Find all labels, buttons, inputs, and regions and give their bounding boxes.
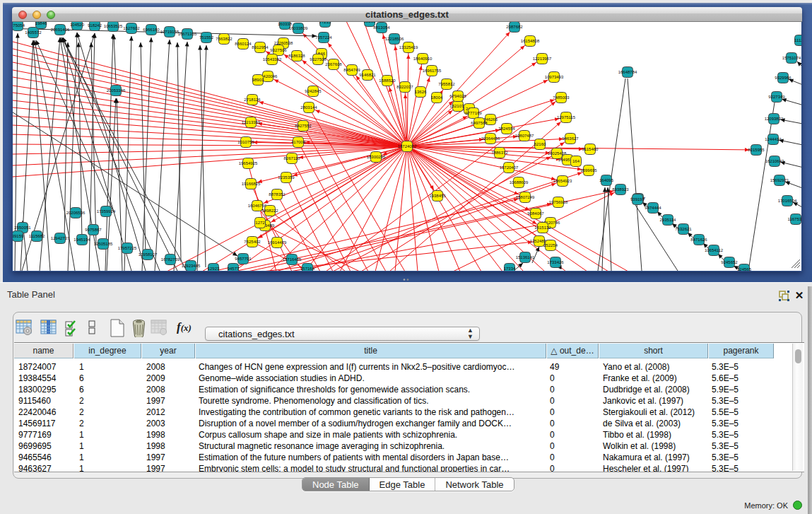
- svg-text:9327506: 9327506: [270, 48, 287, 52]
- svg-text:8660124: 8660124: [235, 42, 252, 46]
- svg-text:2935114: 2935114: [660, 218, 677, 222]
- svg-text:9329966: 9329966: [775, 76, 792, 80]
- svg-text:7886372: 7886372: [491, 151, 508, 155]
- svg-text:16671355: 16671355: [178, 32, 197, 36]
- svg-text:10688609: 10688609: [510, 180, 529, 185]
- svg-text:18640910: 18640910: [413, 57, 433, 61]
- svg-text:1272: 1272: [255, 221, 265, 225]
- svg-text:2087682: 2087682: [506, 25, 523, 29]
- svg-text:6497568: 6497568: [471, 121, 488, 125]
- svg-text:18300295: 18300295: [367, 155, 386, 159]
- svg-text:15751074: 15751074: [782, 56, 801, 60]
- svg-text:18724007: 18724007: [398, 144, 417, 148]
- svg-text:10973493: 10973493: [545, 75, 564, 79]
- svg-text:10807487: 10807487: [515, 134, 534, 138]
- svg-text:77215: 77215: [319, 22, 331, 24]
- svg-text:9227349: 9227349: [768, 95, 785, 99]
- svg-text:9457791: 9457791: [235, 257, 252, 261]
- svg-text:7663822: 7663822: [216, 37, 233, 41]
- svg-text:1235359: 1235359: [278, 175, 295, 180]
- svg-text:17016504: 17016504: [778, 199, 797, 203]
- svg-text:1733426: 1733426: [547, 260, 564, 264]
- svg-text:1527602: 1527602: [123, 26, 140, 30]
- svg-text:2550051: 2550051: [14, 226, 31, 230]
- svg-text:3824554: 3824554: [498, 127, 515, 131]
- svg-text:62160: 62160: [534, 142, 546, 146]
- svg-text:8427552: 8427552: [295, 124, 312, 128]
- svg-text:9146821: 9146821: [359, 73, 376, 77]
- svg-text:17957225: 17957225: [118, 246, 137, 250]
- svg-text:5498222: 5498222: [261, 209, 278, 213]
- svg-text:12213967: 12213967: [533, 57, 552, 61]
- svg-text:18004: 18004: [431, 95, 443, 100]
- svg-text:9777169: 9777169: [465, 111, 482, 115]
- svg-text:252254: 252254: [543, 243, 558, 247]
- svg-text:98901: 98901: [252, 78, 264, 82]
- svg-text:15136141: 15136141: [516, 255, 535, 259]
- svg-text:16033809: 16033809: [289, 26, 308, 30]
- svg-text:10654112: 10654112: [705, 248, 724, 252]
- svg-text:20053346: 20053346: [107, 88, 126, 93]
- svg-text:417004: 417004: [291, 140, 306, 144]
- svg-text:13325419: 13325419: [399, 45, 418, 49]
- svg-text:9084067: 9084067: [527, 211, 544, 216]
- svg-text:9463627: 9463627: [562, 136, 579, 141]
- svg-text:2718126: 2718126: [244, 98, 261, 102]
- svg-text:16154808: 16154808: [521, 39, 540, 43]
- svg-text:18807249: 18807249: [516, 195, 535, 199]
- svg-text:175054: 175054: [13, 23, 25, 28]
- svg-text:9699695: 9699695: [580, 168, 597, 173]
- svg-text:15692971: 15692971: [770, 178, 789, 182]
- svg-text:8471626: 8471626: [690, 238, 707, 242]
- svg-text:20691406: 20691406: [51, 28, 70, 32]
- svg-text:19846: 19846: [35, 22, 47, 25]
- svg-text:7955812: 7955812: [438, 82, 455, 86]
- svg-text:12923445: 12923445: [182, 264, 201, 268]
- svg-text:94577: 94577: [228, 267, 240, 271]
- svg-text:17359924: 17359924: [97, 209, 116, 214]
- svg-text:16782759: 16782759: [161, 257, 180, 262]
- svg-text:1945194: 1945194: [73, 238, 90, 242]
- svg-text:20206536: 20206536: [66, 211, 86, 215]
- svg-text:164095: 164095: [599, 178, 614, 182]
- svg-text:8878352: 8878352: [269, 192, 286, 197]
- svg-text:16914479: 16914479: [268, 240, 287, 245]
- svg-text:8215955: 8215955: [748, 148, 765, 152]
- svg-text:12093822: 12093822: [765, 117, 784, 121]
- svg-text:164: 164: [572, 159, 580, 163]
- svg-text:8186328: 8186328: [288, 54, 305, 58]
- svg-text:751552: 751552: [199, 35, 214, 40]
- svg-text:19166825: 19166825: [242, 182, 261, 186]
- svg-text:12505185: 12505185: [94, 242, 113, 246]
- svg-text:15720407: 15720407: [500, 165, 519, 170]
- svg-text:1405572: 1405572: [25, 30, 42, 35]
- svg-text:19654925: 19654925: [239, 161, 258, 165]
- svg-text:12218506: 12218506: [385, 37, 404, 41]
- svg-text:7357224: 7357224: [315, 35, 332, 40]
- svg-text:7625402: 7625402: [244, 240, 261, 244]
- svg-text:157164: 157164: [300, 267, 315, 271]
- svg-text:8322037: 8322037: [396, 85, 413, 89]
- svg-text:6794028: 6794028: [449, 94, 466, 98]
- svg-text:20364456: 20364456: [481, 136, 500, 141]
- svg-text:1938455: 1938455: [429, 194, 446, 198]
- svg-text:19654923: 19654923: [553, 179, 572, 183]
- svg-text:10958107: 10958107: [139, 252, 158, 257]
- svg-text:2803144: 2803144: [300, 105, 317, 110]
- svg-text:10543362: 10543362: [263, 57, 282, 62]
- svg-text:6966160: 6966160: [143, 28, 160, 32]
- svg-text:8912954: 8912954: [252, 45, 269, 49]
- svg-text:8938923: 8938923: [612, 187, 629, 192]
- svg-text:9327508: 9327508: [310, 57, 326, 62]
- svg-text:7485003: 7485003: [553, 95, 570, 100]
- svg-text:19756928: 19756928: [549, 200, 568, 204]
- svg-text:15716485: 15716485: [283, 257, 302, 262]
- svg-text:12942737: 12942737: [51, 236, 70, 240]
- svg-text:1115682: 1115682: [29, 234, 45, 238]
- svg-text:88130: 88130: [364, 22, 376, 23]
- svg-text:16210643: 16210643: [765, 159, 784, 163]
- svg-text:1167531: 1167531: [788, 217, 802, 221]
- svg-text:1588520: 1588520: [379, 78, 396, 83]
- svg-text:8267110: 8267110: [284, 156, 301, 160]
- svg-text:104520: 104520: [70, 23, 85, 27]
